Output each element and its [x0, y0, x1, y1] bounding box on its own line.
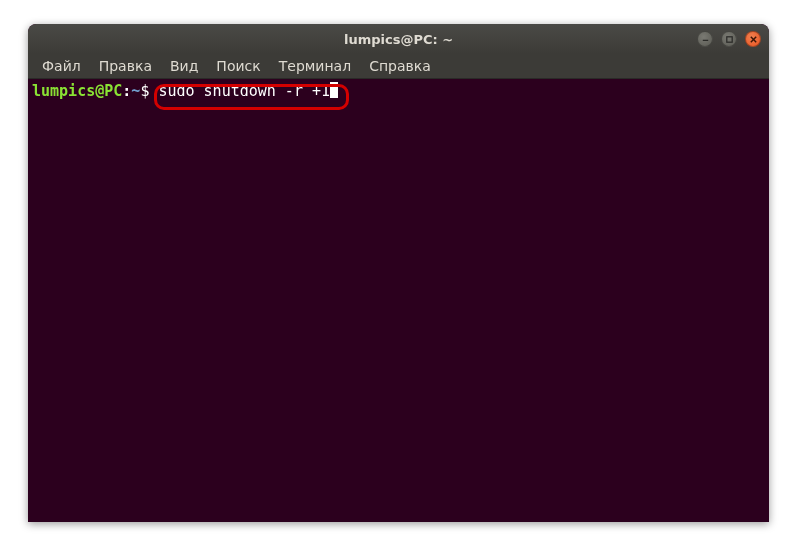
minimize-icon — [701, 35, 710, 44]
window-controls — [697, 31, 761, 47]
menu-view[interactable]: Вид — [162, 56, 206, 76]
cursor — [330, 82, 338, 98]
terminal-body[interactable]: lumpics@PC:~$ sudo shutdown -r +1 — [28, 79, 769, 522]
close-button[interactable] — [745, 31, 761, 47]
menu-file[interactable]: Файл — [34, 56, 89, 76]
prompt-user-host: lumpics@PC — [32, 82, 122, 100]
prompt-sep: : — [122, 82, 131, 100]
terminal-window: lumpics@PC: ~ Файл Правка Вид Поиск Терм… — [28, 24, 769, 522]
menu-terminal[interactable]: Терминал — [271, 56, 359, 76]
maximize-icon — [725, 35, 734, 44]
menu-edit[interactable]: Правка — [91, 56, 160, 76]
close-icon — [749, 35, 758, 44]
command-text: sudo shutdown -r +1 — [158, 82, 330, 100]
titlebar[interactable]: lumpics@PC: ~ — [28, 24, 769, 54]
menubar: Файл Правка Вид Поиск Терминал Справка — [28, 54, 769, 79]
window-title: lumpics@PC: ~ — [344, 32, 453, 47]
minimize-button[interactable] — [697, 31, 713, 47]
svg-rect-1 — [726, 36, 731, 41]
menu-help[interactable]: Справка — [361, 56, 439, 76]
menu-search[interactable]: Поиск — [208, 56, 268, 76]
maximize-button[interactable] — [721, 31, 737, 47]
